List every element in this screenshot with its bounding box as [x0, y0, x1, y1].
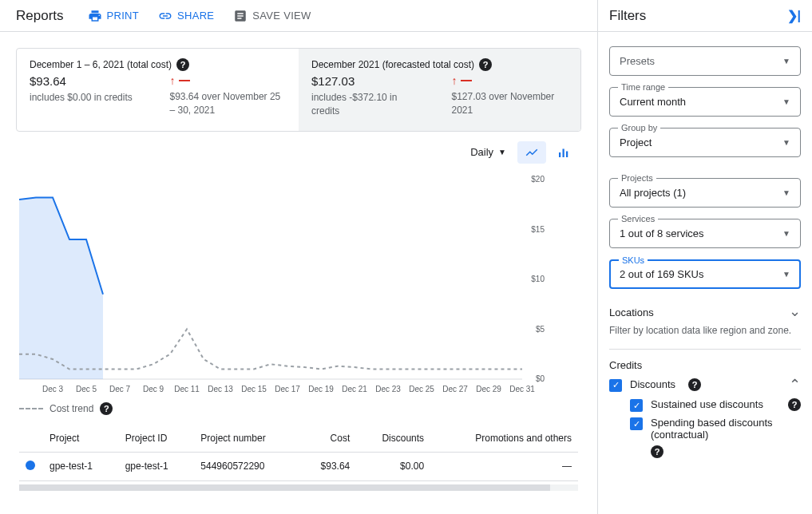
series-dot-icon [26, 461, 35, 470]
forecast-amount: $127.03 [311, 74, 428, 88]
credits-title: Credits [609, 359, 801, 371]
cost-chart: $0$5$10$15$20Dec 3Dec 5Dec 7Dec 9Dec 11D… [19, 172, 578, 397]
svg-text:Dec 7: Dec 7 [109, 385, 131, 393]
share-icon [158, 9, 172, 23]
print-button[interactable]: PRINT [88, 9, 140, 23]
total-credits: includes $0.00 in credits [30, 91, 146, 105]
discounts-checkbox[interactable] [609, 379, 622, 392]
locations-section[interactable]: Locations ⌄ [609, 300, 801, 322]
trend-indicator: ↑ [452, 74, 568, 87]
table-row[interactable]: gpe-test-1gpe-test-1544960572290 $93.64$… [19, 452, 578, 480]
table-header[interactable]: Promotions and others [430, 425, 578, 453]
collapse-filters-icon[interactable]: ❯| [787, 8, 801, 23]
chevron-up-icon[interactable]: ⌃ [789, 376, 801, 393]
group-by-select[interactable]: Group by Project ▼ [609, 128, 801, 157]
forecast-delta: $127.03 over November 2021 [452, 90, 568, 117]
chart-legend: Cost trend ? [19, 402, 578, 415]
svg-rect-2 [566, 151, 568, 157]
help-icon[interactable]: ? [688, 378, 701, 391]
page-title: Reports [16, 8, 64, 24]
total-delta: $93.64 over November 25 – 30, 2021 [170, 90, 287, 117]
svg-text:$10: $10 [531, 275, 545, 283]
share-button[interactable]: SHARE [158, 9, 214, 23]
main-header: Reports PRINT SHARE SAVE VIEW [0, 0, 597, 32]
trend-dash-icon [461, 80, 472, 81]
svg-text:$15: $15 [531, 224, 545, 233]
total-title: December 1 – 6, 2021 (total cost) [30, 59, 172, 70]
dropdown-icon: ▼ [782, 188, 790, 197]
presets-select[interactable]: Presets ▼ [609, 46, 801, 76]
services-select[interactable]: Services 1 out of 8 services ▼ [609, 219, 801, 248]
svg-text:$20: $20 [531, 175, 545, 184]
chart-controls: Daily ▼ [0, 141, 597, 172]
svg-text:Dec 29: Dec 29 [476, 385, 501, 393]
bar-chart-icon [557, 145, 571, 160]
help-icon[interactable]: ? [788, 398, 801, 411]
table-header-row: ProjectProject IDProject numberCostDisco… [19, 425, 578, 453]
line-chart-button[interactable] [517, 141, 546, 164]
skus-select[interactable]: SKUs 2 out of 169 SKUs ▼ [609, 259, 801, 289]
svg-text:Dec 31: Dec 31 [509, 385, 535, 393]
filters-title: Filters [609, 8, 646, 24]
divider [609, 349, 801, 350]
svg-text:$5: $5 [536, 324, 545, 333]
svg-text:Dec 3: Dec 3 [42, 385, 64, 393]
chart-canvas: $0$5$10$15$20Dec 3Dec 5Dec 7Dec 9Dec 11D… [19, 172, 546, 395]
svg-rect-0 [559, 152, 560, 157]
help-icon[interactable]: ? [100, 402, 113, 415]
svg-text:Dec 25: Dec 25 [409, 385, 434, 393]
svg-text:Dec 13: Dec 13 [208, 385, 233, 393]
svg-text:Dec 11: Dec 11 [174, 385, 200, 393]
svg-text:Dec 17: Dec 17 [275, 385, 300, 393]
dropdown-icon: ▼ [782, 270, 790, 279]
legend-dash-icon [19, 408, 43, 409]
table-header[interactable]: Discounts [356, 425, 430, 453]
cost-table: ProjectProject IDProject numberCostDisco… [19, 425, 578, 491]
time-range-select[interactable]: Time range Current month ▼ [609, 87, 801, 117]
aggregation-select[interactable]: Daily ▼ [464, 143, 513, 161]
svg-text:Dec 21: Dec 21 [342, 385, 367, 393]
total-amount: $93.64 [30, 74, 146, 88]
forecast-credits: includes -$372.10 in credits [311, 91, 428, 118]
dropdown-icon: ▼ [782, 57, 790, 65]
svg-text:Dec 23: Dec 23 [375, 385, 401, 393]
svg-text:Dec 27: Dec 27 [442, 385, 468, 393]
help-icon[interactable]: ? [479, 58, 492, 71]
table-header[interactable]: Project [43, 425, 119, 453]
projects-select[interactable]: Projects All projects (1) ▼ [609, 178, 801, 208]
dropdown-icon: ▼ [782, 97, 790, 106]
svg-text:Dec 19: Dec 19 [308, 385, 334, 393]
table-header[interactable]: Project ID [119, 425, 195, 453]
svg-text:Dec 15: Dec 15 [241, 385, 267, 393]
table-header[interactable]: Project number [194, 425, 299, 453]
print-icon [88, 9, 102, 23]
arrow-up-icon: ↑ [452, 74, 457, 87]
total-cost-card: December 1 – 6, 2021 (total cost) ? $93.… [17, 49, 299, 131]
forecast-cost-card: December 2021 (forecasted total cost) ? … [299, 49, 580, 131]
svg-rect-1 [563, 148, 564, 157]
filters-sidebar: Filters ❯| Presets ▼ Time range Current … [598, 0, 812, 514]
sustained-use-checkbox[interactable] [630, 399, 643, 412]
table-header[interactable]: Cost [299, 425, 356, 453]
summary-cards: December 1 – 6, 2021 (total cost) ? $93.… [16, 48, 581, 132]
trend-indicator: ↑ [170, 74, 287, 87]
svg-text:Dec 9: Dec 9 [143, 385, 164, 393]
dropdown-icon: ▼ [498, 148, 506, 156]
bar-chart-button[interactable] [549, 141, 578, 164]
arrow-up-icon: ↑ [170, 74, 176, 87]
dropdown-icon: ▼ [782, 229, 790, 238]
chevron-down-icon: ⌄ [789, 302, 801, 320]
trend-dash-icon [179, 80, 190, 81]
save-view-icon [233, 9, 248, 23]
dropdown-icon: ▼ [782, 138, 790, 147]
help-icon[interactable]: ? [176, 58, 189, 71]
help-icon[interactable]: ? [651, 445, 663, 458]
forecast-title: December 2021 (forecasted total cost) [311, 59, 474, 70]
svg-text:Dec 5: Dec 5 [76, 385, 97, 393]
spending-based-checkbox[interactable] [630, 417, 643, 430]
svg-text:$0: $0 [536, 374, 545, 383]
line-chart-icon [525, 145, 539, 160]
save-view-button[interactable]: SAVE VIEW [233, 9, 311, 23]
horizontal-scrollbar[interactable] [19, 484, 578, 491]
